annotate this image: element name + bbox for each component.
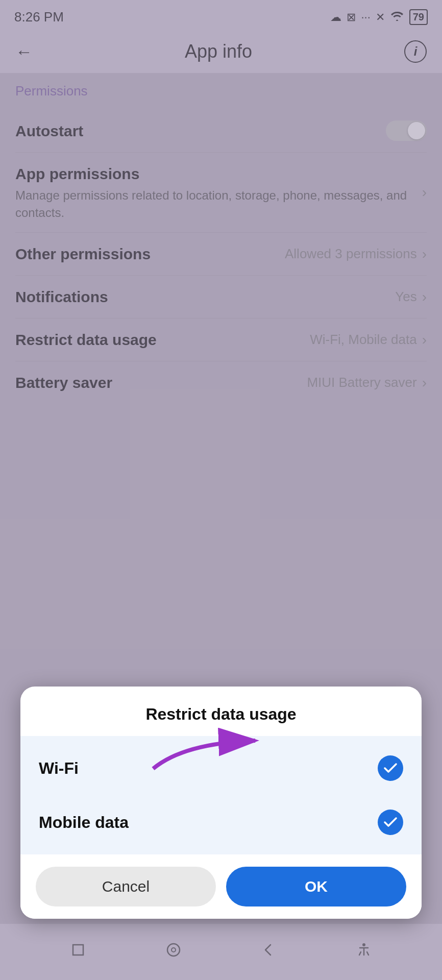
restrict-data-dialog: Restrict data usage Wi-Fi Mobile data Ca… (20, 687, 422, 919)
wifi-check (378, 755, 403, 781)
wifi-option[interactable]: Wi-Fi (20, 741, 422, 795)
dialog-options: Wi-Fi Mobile data (20, 736, 422, 854)
ok-button[interactable]: OK (226, 867, 406, 906)
wifi-label: Wi-Fi (39, 759, 79, 778)
mobile-data-check (378, 810, 403, 835)
mobile-data-label: Mobile data (39, 813, 129, 832)
mobile-data-option[interactable]: Mobile data (20, 795, 422, 849)
dialog-title: Restrict data usage (20, 687, 422, 736)
cancel-button[interactable]: Cancel (36, 867, 216, 906)
dialog-buttons: Cancel OK (20, 854, 422, 919)
